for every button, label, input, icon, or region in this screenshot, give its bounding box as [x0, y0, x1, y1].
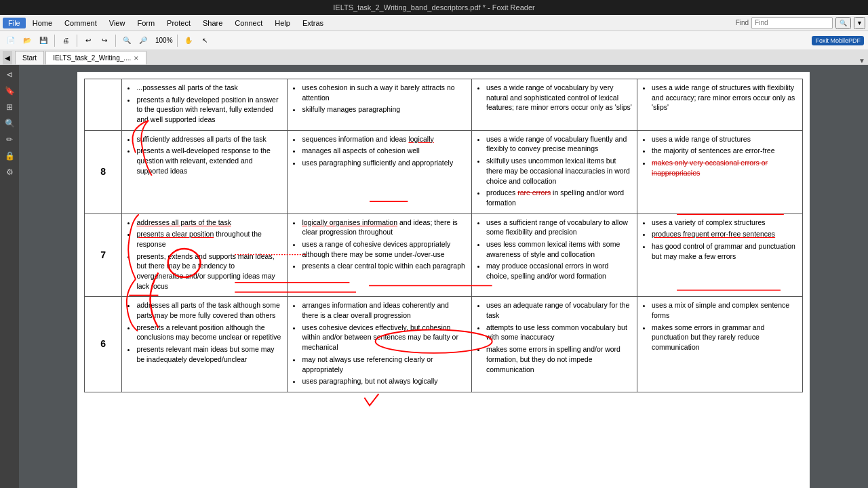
search-label: Find — [736, 19, 749, 26]
ta-item-6-1: addresses all parts of the task although… — [136, 300, 282, 320]
ta-item-8-2: presents a well-developed response to th… — [136, 146, 282, 176]
lr-cell-7: uses a sufficient range of vocabulary to… — [472, 214, 637, 297]
gra-item-7-3: has good control of grammar and punctuat… — [652, 241, 797, 261]
sidebar-edit-icon[interactable]: ✏ — [3, 133, 16, 146]
search-button[interactable]: 🔍 — [835, 17, 851, 29]
tab-pdf[interactable]: IELTS_task_2_Writing_.... ✕ — [45, 51, 146, 64]
select-btn[interactable]: ↖ — [198, 34, 212, 47]
table-row-6: 6 addresses all parts of the task althou… — [85, 297, 803, 392]
menu-form[interactable]: Form — [132, 18, 160, 28]
lr-cell-8: uses a wide range of vocabulary fluently… — [472, 130, 637, 214]
cc-item-8-2: manages all aspects of cohesion well — [302, 146, 467, 156]
lr-item-8-1: uses a wide range of vocabulary fluently… — [486, 134, 632, 154]
lr-cell-6: uses an adequate range of vocabulary for… — [472, 297, 637, 392]
sidebar-tools-icon[interactable]: ⚙ — [3, 165, 16, 179]
tab-dropdown[interactable]: ▼ — [859, 57, 865, 64]
cc-item-6-4: uses paragraphing, but not always logica… — [302, 376, 467, 386]
menu-comment[interactable]: Comment — [59, 18, 102, 28]
cc-cell-6: arranges information and ideas coherentl… — [288, 297, 472, 392]
ta-item: ...possesses all parts of the task — [136, 83, 282, 93]
search-area: Find 🔍 ▼ — [736, 17, 865, 29]
sidebar-pages-icon[interactable]: ⊞ — [3, 100, 16, 114]
band-cell-8: 8 — [85, 130, 122, 214]
gra-item-8-2: the majority of sentences are error-free — [652, 146, 797, 156]
cc-item-7-2: uses a range of cohesive devices appropr… — [302, 239, 467, 259]
ta-item-8-1: sufficiently addresses all parts of the … — [136, 134, 282, 144]
zoom-level: 100% — [155, 37, 173, 44]
menu-extras[interactable]: Extras — [297, 18, 329, 28]
sidebar-search-icon[interactable]: 🔍 — [3, 117, 16, 130]
cc-item-7-3: presents a clear central topic within ea… — [302, 261, 467, 271]
band-cell-top — [85, 79, 122, 131]
ta-cell-6: addresses all parts of the task although… — [122, 297, 288, 392]
new-btn[interactable]: 📄 — [4, 34, 18, 47]
cc-logically-8: logically — [408, 135, 433, 143]
print-btn[interactable]: 🖨 — [59, 34, 73, 47]
lr-item-6-2: attempts to use less common vocabulary b… — [486, 323, 632, 342]
menu-help[interactable]: Help — [269, 18, 296, 28]
sep3 — [115, 35, 116, 47]
ta-item-7-1: addresses all parts of the task — [136, 218, 282, 228]
gra-item-8-3: makes only very occasional errors or ina… — [652, 158, 797, 178]
document-area[interactable]: ...possesses all parts of the task prese… — [19, 65, 868, 488]
foxit-brand: Foxit MobilePDF — [812, 36, 864, 45]
redo-btn[interactable]: ↪ — [98, 34, 111, 47]
open-btn[interactable]: 📂 — [20, 34, 34, 47]
title-bar: IELTS_task_2_Writing_band_descriptors.pd… — [0, 0, 868, 15]
cc-item: uses cohesion in such a way it barely at… — [302, 83, 467, 102]
ta-cell-top: ...possesses all parts of the task prese… — [122, 79, 288, 131]
cc-item-8-1: sequences information and ideas logicall… — [302, 134, 467, 144]
gra-frequent-7: produces frequent error-free sentences — [652, 230, 775, 238]
menu-connect[interactable]: Connect — [229, 18, 268, 28]
table-row-7: 7 addresses all parts of the task presen… — [85, 214, 803, 297]
sidebar-lock-icon[interactable]: 🔒 — [3, 149, 16, 163]
sidebar-nav-icon[interactable]: ⊲ — [3, 68, 16, 81]
save-btn[interactable]: 💾 — [37, 34, 50, 47]
menu-view[interactable]: View — [104, 18, 131, 28]
search-input[interactable] — [751, 17, 833, 29]
zoom-out-btn[interactable]: 🔎 — [136, 34, 150, 47]
hand-btn[interactable]: ✋ — [182, 34, 195, 47]
ta-item-6-2: presents a relevant position although th… — [136, 323, 282, 342]
table-row-8: 8 sufficiently addresses all parts of th… — [85, 130, 803, 214]
menu-share[interactable]: Share — [197, 18, 228, 28]
lr-item-6-1: uses an adequate range of vocabulary for… — [486, 300, 632, 320]
cc-item-6-2: uses cohesive devices effectively, but c… — [302, 323, 467, 352]
cc-item-8-3: uses paragraphing sufficiently and appro… — [302, 158, 467, 168]
gra-cell-top: uses a wide range of structures with fle… — [637, 79, 803, 131]
ta-allparts-7: addresses all parts of the task — [136, 218, 231, 226]
cc-cell-8: sequences information and ideas logicall… — [288, 130, 472, 214]
cc-item-6-3: may not always use referencing clearly o… — [302, 354, 467, 374]
main-layout: ⊲ 🔖 ⊞ 🔍 ✏ 🔒 ⚙ — [0, 65, 868, 488]
band-descriptors-table: ...possesses all parts of the task prese… — [84, 79, 803, 392]
tab-start[interactable]: Start — [15, 51, 44, 64]
lr-item-7-2: uses less common lexical items with some… — [486, 239, 632, 259]
sep4 — [177, 35, 178, 47]
sidebar-bookmark-icon[interactable]: 🔖 — [3, 84, 16, 98]
document-page: ...possesses all parts of the task prese… — [77, 72, 810, 488]
tab-close-icon[interactable]: ✕ — [134, 55, 139, 62]
nav-left[interactable]: ◀ — [3, 51, 12, 64]
menu-file[interactable]: File — [3, 18, 26, 28]
lr-item-6-3: makes some errors in spelling and/or wor… — [486, 344, 632, 374]
tab-bar: ◀ Start IELTS_task_2_Writing_.... ✕ ▼ — [0, 50, 868, 65]
tab-pdf-label: IELTS_task_2_Writing_.... — [53, 54, 131, 62]
lr-item-7-3: may produce occasional errors in word ch… — [486, 261, 632, 281]
menu-protect[interactable]: Protect — [161, 18, 196, 28]
menu-home[interactable]: Home — [27, 18, 58, 28]
ta-item-7-2: presents a clear position throughout the… — [136, 229, 282, 249]
gra-cell-7: uses a variety of complex structures pro… — [637, 214, 803, 297]
sep2 — [77, 35, 77, 47]
undo-btn[interactable]: ↩ — [81, 34, 95, 47]
lr-rareerrors-8: rare errors — [517, 188, 551, 197]
left-sidebar: ⊲ 🔖 ⊞ 🔍 ✏ 🔒 ⚙ — [0, 65, 19, 488]
gra-cell-8: uses a wide range of structures the majo… — [637, 130, 803, 214]
cc-cell-top: uses cohesion in such a way it barely at… — [288, 79, 472, 131]
sep1 — [54, 35, 55, 47]
band-cell-6: 6 — [85, 297, 122, 392]
lr-item-7-1: uses a sufficient range of vocabulary to… — [486, 218, 632, 237]
cc-logically-7: logically organises information — [302, 218, 397, 226]
zoom-in-btn[interactable]: 🔍 — [120, 34, 134, 47]
cc-cell-7: logically organises information and idea… — [288, 214, 472, 297]
search-options[interactable]: ▼ — [854, 17, 865, 29]
